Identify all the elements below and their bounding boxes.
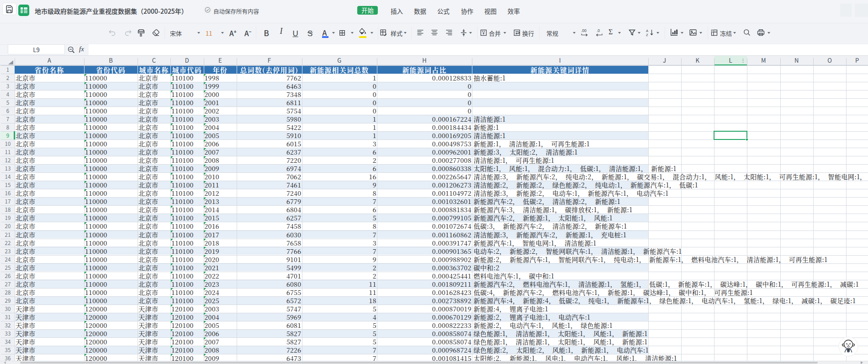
svg-text:.0: .0 bbox=[597, 28, 600, 33]
svg-text:Z: Z bbox=[646, 33, 648, 37]
svg-text:.00: .00 bbox=[581, 28, 587, 33]
